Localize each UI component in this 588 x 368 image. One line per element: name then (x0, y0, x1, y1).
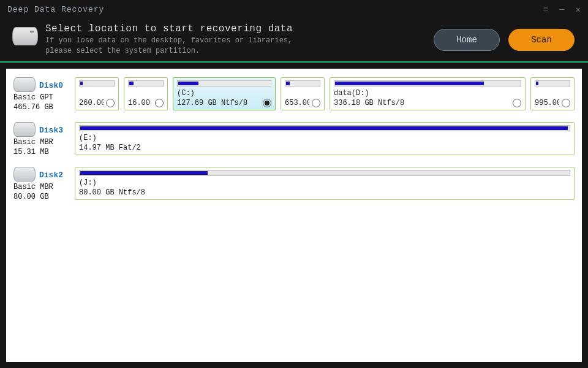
usage-fill (536, 82, 538, 85)
partition-bottom: 995.00 . (535, 99, 570, 107)
partition-bottom: 16.00 M. (128, 99, 164, 107)
usage-bar (79, 80, 115, 86)
disk-label: Disk0Basic GPT465.76 GB (13, 77, 70, 112)
partition-label: (J:) (79, 178, 570, 187)
disk-type: Basic MBR (13, 183, 70, 193)
partitions: (E:)14.97 MB Fat/2 (75, 122, 575, 157)
disk-type: Basic MBR (13, 138, 70, 148)
partition[interactable]: 653.00 . (281, 77, 325, 110)
partition-label: (E:) (79, 134, 570, 142)
header-subtitle-line2: please select the system partition. (45, 47, 200, 55)
close-icon[interactable]: ✕ (576, 4, 581, 15)
header-subtitle-line1: If you lose data on the desktop, favorit… (45, 36, 292, 45)
usage-bar (334, 80, 521, 86)
partition[interactable]: 995.00 . (530, 77, 575, 110)
partition-radio[interactable] (106, 99, 115, 107)
scan-button[interactable]: Scan (508, 29, 575, 51)
window-controls: ≡ — ✕ (543, 4, 581, 15)
disk-size: 465.76 GB (13, 103, 70, 113)
header-text: Select location to start recovering data… (45, 23, 293, 56)
app-title: Deep Data Recovery (7, 5, 104, 14)
partition-size: 80.00 GB Ntfs/8 (79, 188, 570, 197)
content: Disk0Basic GPT465.76 GB260.00 .16.00 M.(… (6, 69, 582, 362)
partition-size: 995.00 . (535, 99, 559, 107)
header-subtitle: If you lose data on the desktop, favorit… (45, 36, 293, 56)
drive-icon (12, 27, 38, 45)
usage-bar (79, 170, 570, 176)
usage-fill (178, 82, 198, 85)
header-left: Select location to start recovering data… (12, 23, 293, 56)
header: Select location to start recovering data… (0, 18, 588, 61)
partition[interactable]: data(D:)336.18 GB Ntfs/8 (330, 77, 526, 110)
partition-bottom: 336.18 GB Ntfs/8 (334, 99, 521, 107)
disk-row: Disk0Basic GPT465.76 GB260.00 .16.00 M.(… (13, 77, 575, 112)
partition-label: (C:) (177, 89, 271, 98)
home-button[interactable]: Home (434, 29, 500, 51)
partitions: (J:)80.00 GB Ntfs/8 (75, 167, 575, 202)
usage-fill (80, 171, 208, 175)
drive-icon (13, 122, 36, 137)
partition[interactable]: (J:)80.00 GB Ntfs/8 (75, 167, 575, 200)
partition-size: 260.00 . (79, 99, 104, 107)
disk-name: Disk0 (39, 81, 63, 90)
drive-icon (13, 167, 36, 182)
partition-size: 653.00 . (285, 99, 309, 107)
usage-fill (80, 126, 568, 130)
partition-bottom: 653.00 . (285, 99, 320, 107)
titlebar: Deep Data Recovery ≡ — ✕ (0, 0, 588, 18)
disk-row: Disk3Basic MBR15.31 MB(E:)14.97 MB Fat/2 (13, 122, 575, 157)
partition[interactable]: (E:)14.97 MB Fat/2 (75, 122, 575, 155)
header-buttons: Home Scan (434, 29, 575, 51)
partition-label: data(D:) (334, 89, 521, 98)
disk-label: Disk3Basic MBR15.31 MB (13, 122, 70, 157)
divider (0, 61, 588, 63)
usage-bar (79, 125, 570, 131)
partition-bottom: 14.97 MB Fat/2 (79, 144, 570, 152)
minimize-icon[interactable]: — (559, 4, 564, 14)
partition-radio[interactable] (155, 99, 164, 107)
disk-size: 15.31 MB (13, 148, 70, 158)
menu-icon[interactable]: ≡ (543, 4, 548, 14)
header-title: Select location to start recovering data (45, 23, 293, 34)
partition-size: 336.18 GB Ntfs/8 (334, 99, 510, 107)
partition-size: 127.69 GB Ntfs/8 (177, 99, 260, 107)
disk-type: Basic GPT (13, 93, 70, 103)
partitions: 260.00 .16.00 M.(C:)127.69 GB Ntfs/8653.… (75, 77, 575, 112)
partition-radio[interactable] (562, 99, 570, 107)
partition-size: 16.00 M. (128, 99, 153, 107)
usage-fill (80, 82, 83, 85)
partition-size: 14.97 MB Fat/2 (79, 144, 570, 152)
usage-bar (128, 80, 164, 86)
partition-bottom: 80.00 GB Ntfs/8 (79, 188, 570, 197)
usage-bar (177, 80, 271, 86)
disk-name: Disk3 (39, 126, 63, 135)
partition-radio[interactable] (263, 99, 271, 107)
disk-name: Disk2 (39, 171, 63, 180)
partition-bottom: 260.00 . (79, 99, 115, 107)
usage-bar (535, 80, 570, 86)
disk-size: 80.00 GB (13, 193, 70, 202)
drive-icon (13, 77, 36, 92)
usage-bar (285, 80, 320, 86)
usage-fill (129, 82, 134, 85)
usage-fill (286, 82, 290, 85)
disk-label: Disk2Basic MBR80.00 GB (13, 167, 70, 202)
partition[interactable]: 260.00 . (75, 77, 119, 110)
partition-radio[interactable] (513, 99, 521, 107)
partition-radio[interactable] (312, 99, 320, 107)
disk-row: Disk2Basic MBR80.00 GB(J:)80.00 GB Ntfs/… (13, 167, 575, 202)
partition[interactable]: 16.00 M. (124, 77, 168, 110)
partition[interactable]: (C:)127.69 GB Ntfs/8 (173, 77, 276, 110)
partition-bottom: 127.69 GB Ntfs/8 (177, 99, 271, 107)
usage-fill (335, 82, 484, 85)
